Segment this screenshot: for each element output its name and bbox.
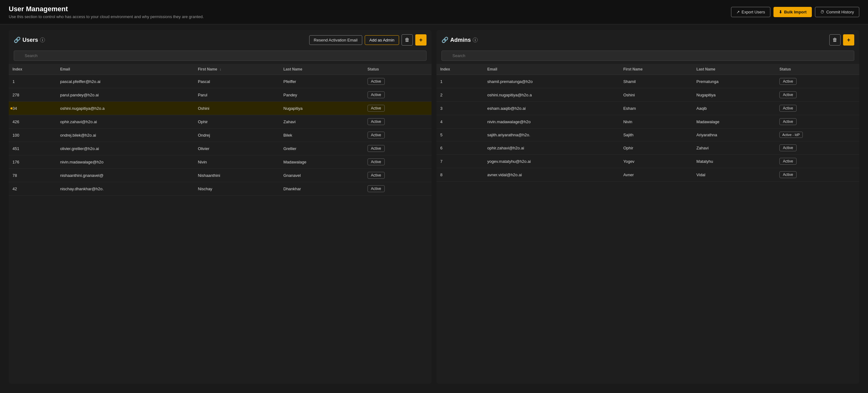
table-row[interactable]: 451 olivier.grellier@h2o.ai Olivier Grel… [9, 142, 432, 155]
user-email: parul.pandey@h2o.ai [57, 88, 194, 102]
admins-panel: 🔗 Admins i 🗑 + 🔍 [436, 30, 859, 384]
status-badge: Active - IdP [779, 132, 803, 138]
table-row[interactable]: 6 ophir.zahavi@h2o.ai Ophir Zahavi Activ… [436, 141, 859, 155]
users-table-container: Index Email First Name ↓ Last Name Statu… [9, 64, 432, 384]
users-table: Index Email First Name ↓ Last Name Statu… [9, 64, 432, 196]
users-search-input[interactable] [14, 51, 427, 61]
table-row[interactable]: 42 nischay.dhankhar@h2o. Nischay Dhankha… [9, 182, 432, 196]
admins-title-row: 🔗 Admins i [441, 36, 478, 43]
table-row[interactable]: 7 yogev.matatyhu@h2o.ai Yogev Matatyhu A… [436, 155, 859, 168]
table-row[interactable]: 2 oshini.nugapitiya@h2o.a Oshini Nugapit… [436, 88, 859, 102]
add-as-admin-button[interactable]: Add as Admin [365, 35, 399, 45]
link-icon: 🔗 [14, 36, 21, 43]
admin-status: Active [776, 75, 859, 88]
add-admin-button[interactable]: + [843, 34, 854, 45]
user-firstname: Nischay [194, 182, 280, 196]
page-title: User Management [9, 5, 204, 13]
user-lastname: Gnanavel [280, 169, 364, 182]
user-firstname: Nishaanthini [194, 169, 280, 182]
user-lastname: Dhankhar [280, 182, 364, 196]
status-badge: Active [779, 158, 797, 165]
users-panel-title: 🔗 Users i [14, 36, 45, 43]
admins-search-input[interactable] [441, 51, 854, 61]
table-row[interactable]: 8 avner.vidal@h2o.ai Avner Vidal Active [436, 168, 859, 182]
admin-email: ophir.zahavi@h2o.ai [484, 141, 620, 155]
table-row[interactable]: 1 pascal.pfeiffer@h2o.ai Pascal Pfeiffer… [9, 75, 432, 88]
status-badge: Active [368, 91, 385, 98]
table-row[interactable]: 78 nishaanthini.gnanavel@ Nishaanthini G… [9, 169, 432, 182]
delete-admin-button[interactable]: 🗑 [829, 34, 841, 45]
table-row[interactable]: 426 ophir.zahavi@h2o.ai Ophir Zahavi Act… [9, 115, 432, 129]
table-row[interactable]: ● 34 oshini.nugapitiya@h2o.a Oshini Nuga… [9, 102, 432, 115]
user-index: 1 [9, 75, 57, 88]
plus-icon-admins: + [847, 37, 850, 43]
admin-email: esham.aaqib@h2o.ai [484, 102, 620, 115]
admin-index: 8 [436, 168, 484, 182]
status-badge: Active [368, 172, 385, 179]
plus-icon: + [419, 37, 423, 43]
table-row[interactable]: 176 nivin.madawalage@h2o Nivin Madawalag… [9, 155, 432, 169]
page-subtitle: Use this section to control who has acce… [9, 14, 204, 19]
admins-info-icon[interactable]: i [473, 37, 478, 42]
status-badge: Active [368, 132, 385, 138]
admins-search-wrapper: 🔍 [441, 51, 854, 61]
admins-table: Index Email First Name Last Name Status … [436, 64, 859, 182]
admin-firstname: Oshini [620, 88, 693, 102]
table-row[interactable]: 5 sajith.ariyarathna@h2o. Sajith Ariyara… [436, 129, 859, 141]
status-badge: Active [368, 145, 385, 152]
user-firstname: Olivier [194, 142, 280, 155]
user-status: Active [364, 102, 432, 115]
admin-status: Active [776, 155, 859, 168]
users-info-icon[interactable]: i [40, 37, 45, 42]
export-users-button[interactable]: ↗ Export Users [731, 7, 770, 17]
user-email: olivier.grellier@h2o.ai [57, 142, 194, 155]
user-firstname: Oshini [194, 102, 280, 115]
user-lastname: Pfeiffer [280, 75, 364, 88]
user-status: Active [364, 142, 432, 155]
user-firstname: Parul [194, 88, 280, 102]
user-status: Active [364, 155, 432, 169]
commit-history-button[interactable]: ⏱ Commit History [815, 7, 859, 17]
status-badge: Active [368, 185, 385, 192]
admin-status: Active [776, 168, 859, 182]
admin-lastname: Prematunga [693, 75, 776, 88]
add-user-button[interactable]: + [415, 34, 427, 45]
page-header: User Management Use this section to cont… [0, 0, 868, 24]
admin-index: 2 [436, 88, 484, 102]
table-row[interactable]: 4 nivin.madawalage@h2o Nivin Madawalage … [436, 115, 859, 129]
user-status: Active [364, 75, 432, 88]
users-panel: 🔗 Users i Resend Activation Email Add as… [9, 30, 432, 384]
user-email: nishaanthini.gnanavel@ [57, 169, 194, 182]
table-row[interactable]: 3 esham.aaqib@h2o.ai Esham Aaqib Active [436, 102, 859, 115]
user-index: 176 [9, 155, 57, 169]
user-lastname: Pandey [280, 88, 364, 102]
admins-panel-header: 🔗 Admins i 🗑 + [436, 30, 859, 48]
user-lastname: Madawalage [280, 155, 364, 169]
user-index: 42 [9, 182, 57, 196]
admin-lastname: Matatyhu [693, 155, 776, 168]
table-row[interactable]: 100 ondrej.bilek@h2o.ai Ondrej Bilek Act… [9, 129, 432, 142]
admin-index: 5 [436, 129, 484, 141]
admin-firstname: Esham [620, 102, 693, 115]
admin-firstname: Yogev [620, 155, 693, 168]
status-badge: Active [779, 144, 797, 151]
user-email: pascal.pfeiffer@h2o.ai [57, 75, 194, 88]
admin-firstname: Sajith [620, 129, 693, 141]
admin-firstname: Ophir [620, 141, 693, 155]
delete-user-button[interactable]: 🗑 [402, 34, 413, 45]
user-lastname: Bilek [280, 129, 364, 142]
table-row[interactable]: 278 parul.pandey@h2o.ai Parul Pandey Act… [9, 88, 432, 102]
main-content: 🔗 Users i Resend Activation Email Add as… [0, 24, 868, 389]
bulk-import-button[interactable]: ⬇ Bulk Import [773, 7, 812, 17]
status-badge: Active [779, 118, 797, 125]
users-panel-header: 🔗 Users i Resend Activation Email Add as… [9, 30, 432, 48]
admins-col-index: Index [436, 64, 484, 75]
user-email: ondrej.bilek@h2o.ai [57, 129, 194, 142]
admin-status: Active - IdP [776, 129, 859, 141]
admin-firstname: Avner [620, 168, 693, 182]
admin-lastname: Madawalage [693, 115, 776, 129]
resend-activation-button[interactable]: Resend Activation Email [309, 35, 362, 45]
table-row[interactable]: 1 shamil.prematunga@h2o Shamil Prematung… [436, 75, 859, 88]
user-status: Active [364, 129, 432, 142]
admin-email: avner.vidal@h2o.ai [484, 168, 620, 182]
